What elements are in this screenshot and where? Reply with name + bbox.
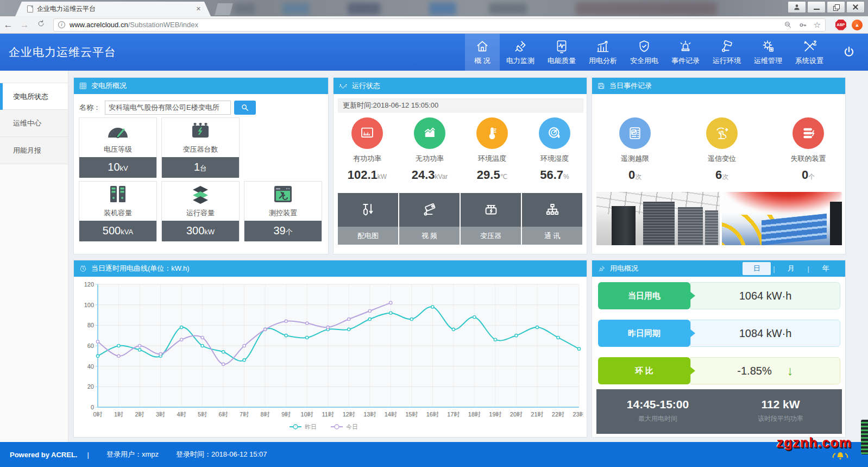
svg-text:21时: 21时 (531, 411, 543, 418)
network-cables-photo (722, 192, 842, 245)
tools-icon (802, 39, 816, 53)
background-blob (489, 3, 527, 14)
adblock-extension-icon[interactable]: ABP (835, 20, 846, 30)
power-icon (842, 45, 856, 59)
row-today-usage: 当日用电 1064 kW·h (598, 282, 840, 309)
browser-tab[interactable]: 企业电力运维云平台 ✕ (15, 2, 211, 16)
metric-ambient-temperature: 环境温度 29.5℃ (461, 117, 524, 182)
bookmark-star-icon[interactable]: ☆ (814, 20, 821, 30)
cctv-icon (720, 39, 734, 53)
bar-chart-icon (596, 39, 610, 53)
tab-close-icon[interactable]: ✕ (196, 5, 201, 13)
event-offline-devices: 失联的装置 0个 (777, 117, 840, 182)
zoom-icon[interactable] (784, 21, 792, 29)
reload-button[interactable] (33, 20, 49, 30)
svg-text:20时: 20时 (510, 411, 523, 418)
profile-button[interactable] (788, 1, 806, 13)
panel-header: 用电概况 日 | 月 | 年 (592, 260, 845, 277)
down-arrow-icon: ↓ (787, 363, 794, 378)
circuit-diagram-icon (338, 193, 398, 227)
peak-power-label: 该时段平均功率 (719, 414, 842, 424)
tab-day[interactable]: 日 (743, 262, 771, 275)
search-button[interactable] (234, 101, 256, 115)
nav-item-usage-analysis[interactable]: 用电分析 (582, 34, 624, 71)
peak-usage-summary: 14:45-15:00 最大用电时间 112 kW 该时段平均功率 (596, 389, 842, 434)
new-tab-button[interactable] (215, 3, 233, 15)
watermark: zgznh.com (777, 435, 852, 451)
extension-icon[interactable]: ▲ (852, 20, 863, 30)
server-room-photo (596, 192, 720, 245)
transformer-icon (162, 121, 239, 140)
panel-header: 运行状态 (334, 78, 587, 94)
minimize-button[interactable] (807, 1, 826, 13)
telemetry-report-icon (619, 117, 651, 149)
back-button[interactable]: ← (0, 20, 16, 30)
browser-toolbar: ← → i www.acrelcloud.cn/SubstationWEB/in… (0, 16, 868, 34)
row-ring-ratio: 环 比 -1.85%↓ (598, 357, 840, 384)
forward-button[interactable]: → (16, 20, 33, 30)
login-time: 登录时间：2018-06-12 15:07 (176, 450, 267, 459)
main-nav: 概 况 电力监测 电能质量 用电分析 安全用电 事件记录 运行环境 运维管理 (465, 34, 830, 71)
network-tree-icon (522, 193, 582, 227)
plug-small-icon (597, 265, 606, 273)
humidity-gauge-icon (539, 117, 570, 149)
grid-icon (79, 82, 87, 90)
panel-header: 当日逐时用电曲线(单位：kW.h) (74, 260, 587, 277)
svg-text:8时: 8时 (261, 411, 270, 418)
siren-icon (678, 39, 693, 53)
nav-item-system-settings[interactable]: 系统设置 (789, 34, 830, 71)
sidebar-item-substation-status[interactable]: 变电所状态 (0, 83, 68, 110)
page-info-icon[interactable]: i (58, 21, 65, 28)
svg-text:3时: 3时 (156, 411, 165, 418)
metric-ambient-humidity: 环境湿度 56.7% (523, 117, 586, 182)
event-telemetry-overlimit: 遥测越限 0次 (603, 117, 666, 182)
button-communication[interactable]: 通 讯 (522, 193, 582, 245)
shield-icon (637, 39, 651, 53)
line-chart[interactable]: 0204060801001200时1时2时3时4时5时6时7时8时9时10时11… (78, 280, 583, 435)
sidebar-item-ops-center[interactable]: 运维中心 (0, 110, 68, 137)
tab-year[interactable]: 年 (812, 262, 840, 275)
tile-installed-capacity: 装机容量 500kVA (79, 181, 157, 241)
button-distribution-diagram[interactable]: 配电图 (338, 193, 398, 245)
app-header: 企业电力运维云平台 概 况 电力监测 电能质量 用电分析 安全用电 事件记录 运… (0, 34, 868, 71)
plug-icon (513, 39, 527, 53)
background-blob (282, 3, 310, 15)
panel-title: 运行状态 (352, 81, 380, 91)
substation-overview-panel: 变电所概况 名称： 电压等级 10kV 变压器台数 1台 装机容量 500kVA… (73, 77, 329, 254)
panel-title: 当日事件记录 (609, 81, 652, 91)
panel-title: 用电概况 (610, 264, 638, 273)
svg-text:4时: 4时 (177, 411, 186, 418)
button-video[interactable]: 视 频 (399, 193, 460, 245)
nav-item-ops-management[interactable]: 运维管理 (747, 34, 789, 71)
address-bar[interactable]: i www.acrelcloud.cn/SubstationWEB/index … (53, 18, 826, 32)
nav-item-safe-power[interactable]: 安全用电 (624, 34, 665, 71)
update-time: 更新时间:2018-06-12 15:05:00 (338, 98, 583, 113)
substation-name-input[interactable] (105, 101, 231, 115)
svg-text:19时: 19时 (489, 411, 501, 418)
close-button[interactable] (846, 1, 865, 13)
svg-text:9时: 9时 (281, 411, 291, 418)
button-transformer[interactable]: 变压器 (461, 193, 521, 245)
tile-running-capacity: 运行容量 300kW (161, 181, 240, 241)
gears-icon (761, 39, 775, 53)
svg-text:0时: 0时 (93, 411, 102, 418)
password-key-icon[interactable] (798, 21, 807, 29)
nav-item-environment[interactable]: 运行环境 (706, 34, 747, 71)
servers-icon (79, 185, 156, 204)
svg-text:6时: 6时 (219, 411, 228, 418)
nav-item-power-quality[interactable]: 电能质量 (541, 34, 582, 71)
url-domain: www.acrelcloud.cn (70, 21, 128, 29)
tab-month[interactable]: 月 (777, 262, 806, 275)
logout-power-button[interactable] (830, 34, 868, 71)
svg-text:10时: 10时 (301, 411, 313, 418)
nav-item-power-monitor[interactable]: 电力监测 (500, 34, 541, 71)
hand-switch-icon (706, 117, 738, 149)
svg-text:80: 80 (87, 322, 94, 328)
camera-icon (399, 193, 460, 227)
sidebar-item-energy-report[interactable]: 用能月报 (0, 137, 68, 164)
restore-button[interactable] (827, 1, 845, 13)
nav-item-overview[interactable]: 概 况 (465, 34, 500, 71)
peak-time: 14:45-15:00 (596, 398, 719, 411)
svg-text:100: 100 (84, 302, 94, 308)
nav-item-event-log[interactable]: 事件记录 (665, 34, 706, 71)
